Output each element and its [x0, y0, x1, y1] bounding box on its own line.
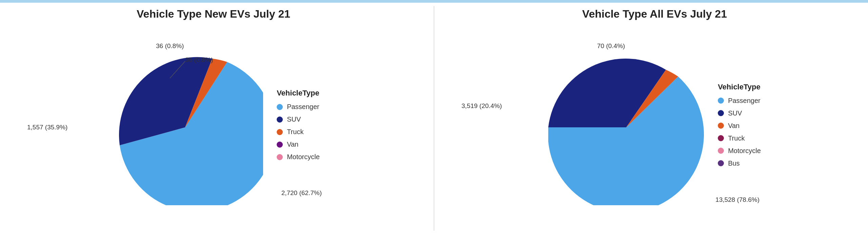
- chart1-label-passenger: 2,720 (62.7%): [281, 189, 322, 197]
- chart2-dot-truck: [718, 135, 724, 141]
- chart1-title: Vehicle Type New EVs July 21: [137, 8, 290, 20]
- chart1-label-truck-top: 36 (0.8%): [156, 42, 184, 50]
- chart2-legend-label-bus: Bus: [728, 159, 739, 167]
- chart1-area: 36 (0.8%) 1,557 (35.9%) 2,720 (62.7%) 36…: [0, 24, 427, 231]
- top-bar: [0, 0, 868, 3]
- chart2-section: Vehicle Type All EVs July 21 3,519 (20.4…: [441, 6, 868, 231]
- chart2-legend-passenger: Passenger: [718, 97, 761, 105]
- chart1-dot-motorcycle: [277, 154, 283, 160]
- chart1-section: Vehicle Type New EVs July 21 36 (0.8%): [0, 6, 427, 231]
- chart2-legend-suv: SUV: [718, 109, 761, 117]
- chart2-legend-label-suv: SUV: [728, 109, 742, 117]
- chart2-legend-truck: Truck: [718, 134, 761, 142]
- chart2-dot-suv: [718, 110, 724, 116]
- chart2-legend-label-motorcycle: Motorcycle: [728, 147, 761, 155]
- chart1-legend-label-van: Van: [287, 141, 298, 148]
- chart1-legend-label-passenger: Passenger: [287, 103, 319, 111]
- chart2-dot-van: [718, 123, 724, 129]
- chart2-label-suv: 3,519 (20.4%): [461, 102, 502, 110]
- chart2-legend: VehicleType Passenger SUV Van Truck: [718, 83, 761, 172]
- chart2-dot-passenger: [718, 98, 724, 104]
- chart2-area: 3,519 (20.4%) 13,528 (78.6%) 70 (0.4%) V…: [441, 24, 868, 231]
- chart2-legend-label-passenger: Passenger: [728, 97, 761, 105]
- chart1-label-suv: 1,557 (35.9%): [27, 124, 67, 131]
- chart2-legend-title: VehicleType: [718, 83, 761, 91]
- chart2-svg: [548, 49, 704, 205]
- chart2-legend-bus: Bus: [718, 159, 761, 167]
- chart2-title: Vehicle Type All EVs July 21: [582, 8, 727, 20]
- chart1-legend-passenger: Passenger: [277, 103, 320, 111]
- chart2-legend-motorcycle: Motorcycle: [718, 147, 761, 155]
- chart1-dot-van: [277, 142, 283, 148]
- section-divider: [434, 6, 434, 231]
- chart2-legend-label-truck: Truck: [728, 134, 745, 142]
- chart1-dot-truck: [277, 129, 283, 135]
- chart2-dot-motorcycle: [718, 148, 724, 154]
- chart2-legend-van: Van: [718, 122, 761, 130]
- chart1-dot-passenger: [277, 104, 283, 110]
- svg-line-0: [170, 61, 185, 78]
- chart1-legend-motorcycle: Motorcycle: [277, 153, 320, 161]
- chart2-pie-wrapper: [548, 49, 704, 205]
- chart1-pie-wrapper: 36 (0.8%): [107, 49, 263, 205]
- chart1-legend-truck: Truck: [277, 128, 320, 136]
- chart2-label-passenger: 13,528 (78.6%): [715, 196, 760, 204]
- chart2-dot-bus: [718, 160, 724, 166]
- chart1-label-truck: 36 (0.8%): [185, 56, 213, 64]
- chart1-annotation-truck: 36 (0.8%): [185, 56, 213, 64]
- chart2-legend-label-van: Van: [728, 122, 739, 130]
- chart1-legend-suv: SUV: [277, 115, 320, 123]
- chart1-legend-label-motorcycle: Motorcycle: [287, 153, 320, 161]
- main-container: Vehicle Type New EVs July 21 36 (0.8%): [0, 3, 868, 234]
- chart1-legend-label-suv: SUV: [287, 115, 301, 123]
- chart1-legend-title: VehicleType: [277, 89, 320, 98]
- chart1-legend: VehicleType Passenger SUV Truck Van: [277, 89, 320, 166]
- chart1-legend-label-truck: Truck: [287, 128, 303, 136]
- chart2-label-van-top: 70 (0.4%): [597, 42, 625, 50]
- chart1-dot-suv: [277, 116, 283, 123]
- chart1-legend-van: Van: [277, 141, 320, 148]
